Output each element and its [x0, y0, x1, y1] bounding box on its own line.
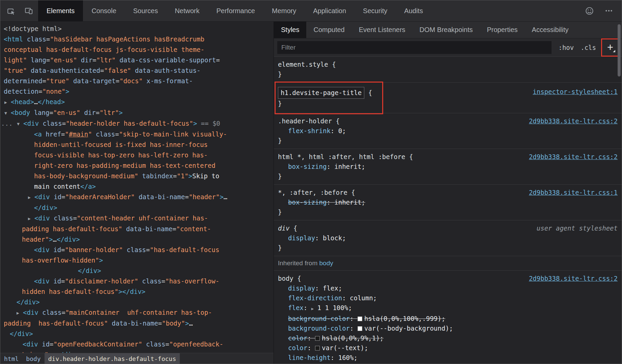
- new-style-rule-button[interactable]: +: [603, 41, 617, 54]
- dom-tree-line[interactable]: determined="true" data-target="docs" x-m…: [0, 76, 274, 86]
- dom-tree-line[interactable]: padding has-default-focus" data-bi-name=…: [0, 224, 274, 234]
- collapse-arrow-icon[interactable]: ▶: [17, 308, 23, 318]
- dom-tree-line[interactable]: <a href="#main" class="skip-to-main-link…: [0, 129, 274, 140]
- stylesheet-link[interactable]: 2d9bb338.site-ltr.css:2: [529, 274, 618, 283]
- rule-selector[interactable]: div {: [278, 223, 297, 233]
- tab-memory[interactable]: Memory: [263, 0, 305, 21]
- css-declaration[interactable]: background-color: hsla(0,0%,100%,.999);: [278, 314, 618, 324]
- dom-tree-line[interactable]: has-overflow-hidden">: [0, 255, 274, 266]
- selector-text[interactable]: *, :after, :before: [278, 189, 347, 196]
- stylesheet-link[interactable]: 2d9bb338.site-ltr.css:1: [529, 188, 618, 198]
- expand-arrow-icon[interactable]: ▶: [311, 304, 317, 314]
- dom-tree-line[interactable]: </div>: [0, 329, 274, 339]
- stylesheet-link[interactable]: 2d9bb338.site-ltr.css:2: [529, 116, 618, 126]
- rule-selector[interactable]: h1.devsite-page-title {: [278, 87, 372, 99]
- expand-arrow-icon[interactable]: ▼: [17, 119, 23, 129]
- css-declaration[interactable]: box-sizing: inherit;: [278, 198, 618, 207]
- selector-editor[interactable]: h1.devsite-page-title: [278, 87, 364, 99]
- dom-tree-line[interactable]: "true" data-authenticated="false" data-a…: [0, 65, 274, 76]
- tab-computed[interactable]: Computed: [306, 22, 351, 38]
- color-swatch-icon[interactable]: [358, 326, 362, 331]
- tab-network[interactable]: Network: [166, 0, 208, 21]
- css-declaration[interactable]: box-sizing: inherit;: [278, 162, 618, 172]
- css-declaration[interactable]: color: var(--text);: [278, 343, 618, 353]
- selector-text[interactable]: div: [278, 224, 289, 232]
- stylesheet-link[interactable]: 2d9bb338.site-ltr.css:2: [529, 152, 618, 162]
- dom-tree-line[interactable]: ▶<div id="headerAreaHolder" data-bi-name…: [0, 192, 274, 203]
- css-declaration[interactable]: color: hsla(0,0%,9%,1);: [278, 333, 618, 343]
- dom-tree-line[interactable]: container">…</div>: [0, 350, 274, 353]
- dom-tree-line[interactable]: has-body-background-medium" tabindex="1"…: [0, 171, 274, 181]
- dom-tree-line[interactable]: hidden has-default-focus"></div>: [0, 286, 274, 297]
- dom-tree-line[interactable]: conceptual has-default-focus js-focus-vi…: [0, 44, 274, 55]
- stylesheet-link[interactable]: inspector-stylesheet:1: [533, 87, 618, 97]
- inspect-element-icon[interactable]: [4, 3, 19, 18]
- rule-selector[interactable]: element.style {: [278, 60, 336, 69]
- breadcrumb-item[interactable]: div.header-holder.has-default-focus: [45, 353, 180, 364]
- breadcrumb-item[interactable]: body: [22, 353, 44, 364]
- device-toolbar-icon[interactable]: [21, 3, 36, 18]
- tab-console[interactable]: Console: [83, 0, 124, 21]
- collapse-arrow-icon[interactable]: ▶: [4, 97, 11, 108]
- rule-selector[interactable]: body {: [278, 274, 301, 283]
- dom-tree-line[interactable]: light" lang="en-us" dir="ltr" data-css-v…: [0, 55, 274, 65]
- toggle-element-state-button[interactable]: :hov: [558, 44, 574, 51]
- tab-elements[interactable]: Elements: [38, 0, 83, 21]
- dom-tree-line[interactable]: </div>: [0, 297, 274, 307]
- tab-security[interactable]: Security: [355, 0, 396, 21]
- css-declaration[interactable]: display: block;: [278, 233, 618, 243]
- element-classes-button[interactable]: .cls: [581, 44, 596, 51]
- color-swatch-icon[interactable]: [358, 316, 362, 321]
- dom-tree-line[interactable]: right-zero has-padding-medium has-text-c…: [0, 160, 274, 171]
- tab-accessibility[interactable]: Accessibility: [525, 22, 576, 38]
- dom-tree-line[interactable]: detection="none">: [0, 86, 274, 97]
- dom-tree-line[interactable]: <html class="hasSidebar hasPageActions h…: [0, 34, 274, 44]
- tab-audits[interactable]: Audits: [396, 0, 431, 21]
- more-options-icon[interactable]: [601, 3, 616, 18]
- tab-styles[interactable]: Styles: [274, 22, 306, 38]
- scrollbar-thumb[interactable]: [618, 24, 621, 77]
- breadcrumb-item[interactable]: html: [0, 353, 22, 364]
- rule-selector[interactable]: .header-holder {: [278, 116, 340, 126]
- css-declaration[interactable]: min-height: 100vh;: [278, 363, 618, 364]
- dom-tree-line[interactable]: padding has-default-focus" data-bi-name=…: [0, 318, 274, 329]
- selector-text[interactable]: html *, html :after, html :before: [278, 153, 405, 160]
- dom-tree-line[interactable]: ...▼<div class="header-holder has-defaul…: [0, 118, 274, 129]
- tab-application[interactable]: Application: [305, 0, 355, 21]
- collapse-arrow-icon[interactable]: ▶: [28, 213, 34, 224]
- color-swatch-icon[interactable]: [315, 336, 320, 341]
- dom-tree-line[interactable]: </div>: [0, 266, 274, 276]
- color-swatch-icon[interactable]: [315, 346, 320, 351]
- selector-text[interactable]: element.style: [278, 61, 328, 68]
- collapse-arrow-icon[interactable]: ▶: [28, 192, 34, 203]
- dom-tree-line[interactable]: <!doctype html>: [0, 24, 274, 34]
- tab-properties[interactable]: Properties: [480, 22, 525, 38]
- dom-tree-line[interactable]: ▼<body lang="en-us" dir="ltr">: [0, 108, 274, 118]
- tab-sources[interactable]: Sources: [125, 0, 166, 21]
- dom-tree-line[interactable]: main content</a>: [0, 181, 274, 192]
- inherited-node-link[interactable]: body: [319, 260, 333, 267]
- rule-selector[interactable]: *, :after, :before {: [278, 188, 355, 198]
- rule-selector[interactable]: html *, html :after, html :before {: [278, 152, 413, 162]
- css-declaration[interactable]: display: flex;: [278, 283, 618, 293]
- tab-performance[interactable]: Performance: [208, 0, 264, 21]
- dom-tree-line[interactable]: header">…</div>: [0, 234, 274, 245]
- tab-event-listeners[interactable]: Event Listeners: [352, 22, 413, 38]
- dom-tree-line[interactable]: </div>: [0, 203, 274, 213]
- css-declaration[interactable]: background-color: var(--body-background)…: [278, 324, 618, 333]
- dom-tree-line[interactable]: <div id="disclaimer-holder" class="has-o…: [0, 276, 274, 286]
- tab-dom-breakpoints[interactable]: DOM Breakpoints: [413, 22, 480, 38]
- css-declaration[interactable]: flex-shrink: 0;: [278, 126, 618, 136]
- selector-text[interactable]: .header-holder: [278, 117, 332, 125]
- styles-filter-input[interactable]: [277, 41, 552, 54]
- selector-text[interactable]: body: [278, 275, 293, 282]
- css-declaration[interactable]: line-height: 160%;: [278, 353, 618, 363]
- dom-tree-line[interactable]: <div id="banner-holder" class="has-defau…: [0, 245, 274, 255]
- dom-tree-line[interactable]: ▶<div class="content-header uhf-containe…: [0, 213, 274, 224]
- dom-tree-line[interactable]: ▶<head>…</head>: [0, 97, 274, 108]
- expand-arrow-icon[interactable]: ▼: [4, 108, 11, 118]
- feedback-smiley-icon[interactable]: [582, 3, 597, 18]
- css-declaration[interactable]: flex: ▶1 1 100%;: [278, 303, 618, 314]
- dom-tree-line[interactable]: ▶<div class="mainContainer uhf-container…: [0, 307, 274, 318]
- dom-tree-line[interactable]: focus-visible has-top-zero has-left-zero…: [0, 150, 274, 160]
